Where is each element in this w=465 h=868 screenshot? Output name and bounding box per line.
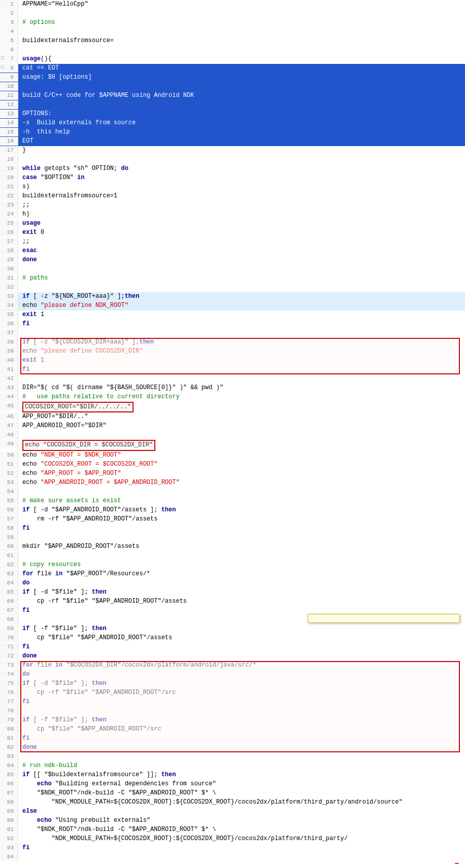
table-row: 1APPNAME="HelloCpp" [0,0,465,9]
table-row: 88 "NDK_MODULE_PATH=${COCOS2DX_ROOT}:${C… [0,798,465,807]
line-code: -h this help [18,128,465,136]
line-code: buildexternalsfromsource=1 [18,192,465,200]
table-row: 13OPTIONS: [0,110,465,119]
table-row: 19while getopts "sh" OPTION; do [0,164,465,173]
line-number: 25 [0,219,18,228]
line-number: 57 [0,515,18,524]
table-row: 27;; [0,237,465,247]
line-code: exit 1 [18,356,465,365]
table-row: 15-h this help [0,128,465,137]
annotation-tooltip [308,614,460,623]
table-row: 56if [ -d "$APP_ANDROID_ROOT"/assets ]; … [0,506,465,515]
line-code: echo "please define NDK_ROOT" [18,301,465,310]
line-number: 77 [0,698,18,706]
line-code: echo "please define COCOS2DX_DIR" [18,347,465,356]
line-number: 61 [0,551,18,560]
table-row: 57 rm -rf "$APP_ANDROID_ROOT"/assets [0,515,465,524]
line-number: 10 [0,82,18,91]
table-row: 64do [0,579,465,588]
table-row: 4 [0,27,465,37]
table-row: 48 [0,431,465,440]
line-number: 20 [0,173,18,182]
line-code: if [ -z "${COCOS2DX_DIR+aaa}" ];then [18,338,465,346]
line-code: APPNAME="HelloCpp" [18,0,465,9]
table-row: 46APP_ROOT="$DIR/.." [0,412,465,422]
line-code: if [[ "$buildexternalsfromsource" ]]; th… [18,771,465,779]
line-number: 43 [0,384,18,392]
line-number: 75 [0,679,18,688]
line-code: case "$OPTION" in [18,173,465,182]
line-number: 71 [0,643,18,651]
line-number: 7□ [0,55,18,63]
table-row: 17} [0,146,465,155]
line-code: DIR="$( cd "$( dirname "${BASH_SOURCE[0]… [18,384,465,392]
line-code: cat << EOT [18,64,465,73]
line-number: 56 [0,506,18,514]
line-number: 54 [0,488,18,496]
table-row: 30 [0,265,465,274]
line-code: if [ -d "$file" ]; then [18,679,465,688]
table-row: 78 [0,707,465,716]
line-number: 48 [0,431,18,439]
table-row: 44# use paths relative to current direct… [0,393,465,402]
table-row: 14-s Build externals from source [0,119,465,128]
line-number: 6 [0,46,18,54]
table-row: 38if [ -z "${COCOS2DX_DIR+aaa}" ];then [0,338,465,347]
line-code: fi [18,698,465,706]
table-row: 69if [ -f "$file" ]; then [0,624,465,634]
table-row: 22buildexternalsfromsource=1 [0,192,465,201]
line-code: exit 0 [18,228,465,237]
line-number: 27 [0,237,18,246]
line-number: 87 [0,789,18,797]
line-code: echo "Building external dependencies fro… [18,780,465,788]
line-number: 64 [0,579,18,587]
line-code: echo "APP_ROOT = $APP_ROOT" [18,469,465,478]
table-row: 49echo "COCOS2DX_DIR = $COCOS2DX_DIR" [0,440,465,450]
table-row: 54 [0,488,465,497]
line-number: 62 [0,561,18,569]
table-row: 92 "NDK_MODULE_PATH=${COCOS2DX_ROOT}:${C… [0,835,465,844]
code-lines: 1APPNAME="HelloCpp"23# options45buildext… [0,0,465,862]
line-code: # paths [18,274,465,283]
line-number: 88 [0,798,18,807]
table-row: 75if [ -d "$file" ]; then [0,679,465,688]
table-row: 23;; [0,201,465,210]
line-code: usage: $0 [options] [18,73,465,82]
table-row: 34echo "please define NDK_ROOT" [0,301,465,310]
line-code: } [18,146,465,155]
table-row: 59 [0,533,465,542]
table-row: 73for file in "$COCOS2DX_DIR"/cocos2dx/p… [0,661,465,670]
table-row: 28esac [0,247,465,256]
table-row: 65if [ -d "$file" ]; then [0,588,465,597]
line-number: 70 [0,634,18,642]
line-number: 79 [0,716,18,724]
line-number: 85 [0,771,18,779]
table-row: 50echo "NDK_ROOT = $NDK_ROOT" [0,451,465,460]
table-row: 82done [0,743,465,752]
table-row: 55# make sure assets is exist [0,497,465,506]
line-code: # copy resources [18,561,465,569]
line-number: 82 [0,743,18,752]
line-code: fi [18,643,465,651]
line-number: 86 [0,780,18,788]
line-number: 26 [0,228,18,237]
line-number: 32 [0,283,18,292]
table-row: 93fi [0,844,465,853]
table-row: 61 [0,551,465,561]
table-row: 37 [0,329,465,338]
line-number: 24 [0,210,18,219]
table-row: 11build C/C++ code for $APPNAME using An… [0,91,465,100]
line-number: 94 [0,853,18,861]
line-number: 90 [0,816,18,825]
table-row: 70 cp "$file" "$APP_ANDROID_ROOT"/assets [0,634,465,643]
line-code: exit 1 [18,310,465,319]
line-code: fi [18,524,465,533]
line-number: 15 [0,128,18,136]
table-row: 85if [[ "$buildexternalsfromsource" ]]; … [0,771,465,780]
line-code: echo "COCOS2DX_DIR = $COCOS2DX_DIR" [18,440,465,450]
table-row: 12 [0,100,465,110]
line-number: 9 [0,73,18,82]
line-number: 58 [0,524,18,533]
table-row: 63for file in "$APP_ROOT"/Resources/* [0,570,465,579]
line-number: 73 [0,661,18,670]
